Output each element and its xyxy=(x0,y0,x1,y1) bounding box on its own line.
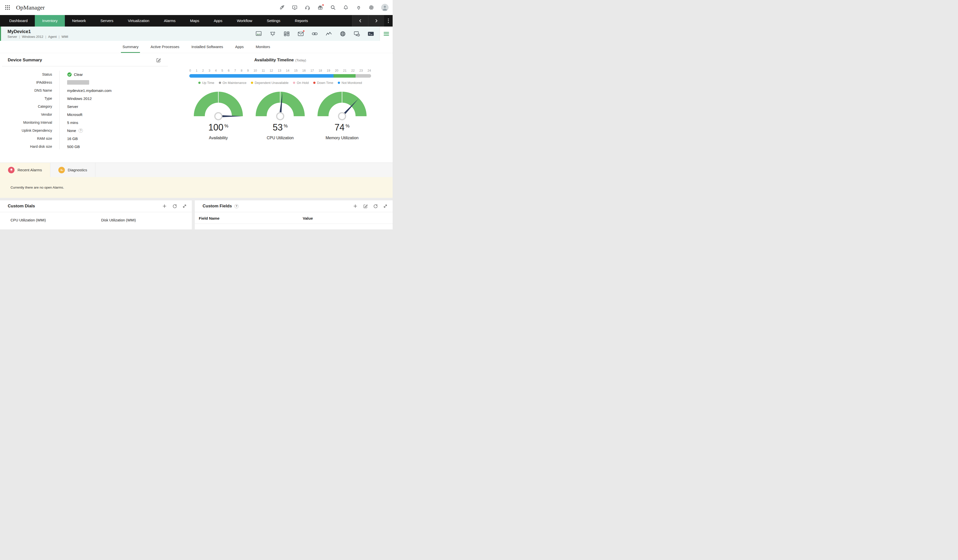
video-tour-icon[interactable] xyxy=(292,5,298,11)
web-globe-icon[interactable] xyxy=(339,30,346,37)
summary-value: Microsoft xyxy=(67,113,82,117)
getting-started-icon[interactable] xyxy=(279,5,285,11)
uplink-help-icon[interactable]: ? xyxy=(79,128,83,133)
search-icon[interactable] xyxy=(330,5,336,11)
hour-label: 11 xyxy=(262,69,265,72)
nav-scroll-right[interactable] xyxy=(368,15,384,27)
alarm-alert-icon[interactable] xyxy=(270,30,276,37)
whats-new-icon[interactable] xyxy=(317,5,323,11)
nav-scroll-left[interactable] xyxy=(352,15,368,27)
settings-icon[interactable] xyxy=(368,5,374,11)
apps-grid-icon[interactable] xyxy=(5,5,11,11)
integrations-icon[interactable] xyxy=(355,5,362,11)
legend-dot xyxy=(198,82,201,84)
nav-item-network[interactable]: Network xyxy=(65,15,93,27)
summary-row: CategoryServer xyxy=(0,102,168,111)
sparkline-icon[interactable] xyxy=(325,30,332,37)
summary-label: Vendor xyxy=(0,113,52,116)
summary-label: RAM size xyxy=(0,136,52,141)
gauge-label: CPU Utilization xyxy=(255,136,305,140)
alarm-content: Currently there are no open Alarms. xyxy=(0,177,393,198)
nav-item-settings[interactable]: Settings xyxy=(259,15,287,27)
tab-monitors[interactable]: Monitors xyxy=(255,41,270,53)
main-panel: Device Summary StatusClearIPAddressDNS N… xyxy=(0,53,393,163)
bar-segment-on-maintenance xyxy=(355,74,371,78)
hour-label: 0 xyxy=(189,69,191,72)
add-field-button[interactable] xyxy=(353,204,358,208)
mail-icon[interactable] xyxy=(297,30,304,37)
nav-item-servers[interactable]: Servers xyxy=(93,15,121,27)
meta-separator: | xyxy=(59,35,59,38)
tab-recent-alarms[interactable]: Recent Alarms xyxy=(0,163,50,177)
expand-dials-button[interactable] xyxy=(182,204,187,208)
gauge-label: Availability xyxy=(193,136,243,140)
device-header: MyDevice1 Server|Windows 2012|Agent|WMI xyxy=(0,27,393,41)
nav-item-dashboard[interactable]: Dashboard xyxy=(2,15,35,27)
edit-device-summary-button[interactable] xyxy=(156,58,161,62)
summary-label: Hard disk size xyxy=(0,144,52,149)
bar-segment-up-time xyxy=(333,74,355,78)
device-menu-icon[interactable] xyxy=(380,27,393,41)
nav-item-virtualization[interactable]: Virtualization xyxy=(121,15,157,27)
summary-value-text: Microsoft xyxy=(67,113,82,117)
custom-fields-title: Custom Fields xyxy=(203,204,232,209)
summary-value-text: Server xyxy=(67,105,78,109)
tab-active-processes[interactable]: Active Processes xyxy=(151,41,179,53)
custom-dials-panel: Custom Dials CPU Utilization (WMI)Disk U… xyxy=(0,200,192,229)
summary-row: IPAddress xyxy=(0,78,168,86)
custom-fields-help-icon[interactable]: ? xyxy=(234,204,239,208)
device-summary-header: Device Summary xyxy=(2,58,168,67)
nav-item-apps[interactable]: Apps xyxy=(206,15,230,27)
tab-diagnostics[interactable]: Diagnostics xyxy=(50,163,96,177)
nav-item-maps[interactable]: Maps xyxy=(183,15,206,27)
nav-item-alarms[interactable]: Alarms xyxy=(157,15,183,27)
nav-item-inventory[interactable]: Inventory xyxy=(35,15,65,27)
nav-more-menu[interactable] xyxy=(384,15,393,27)
gauge-value-number: 74 xyxy=(335,122,344,132)
device-meta-item: Windows 2012 xyxy=(22,35,43,38)
column-header-field-name: Field Name xyxy=(199,216,303,221)
gauge-dial xyxy=(317,91,367,122)
tab-installed-softwares[interactable]: Installed Softwares xyxy=(191,41,223,53)
gauges-row: 100%Availability53%CPU Utilization74%Mem… xyxy=(168,91,393,140)
summary-label: IPAddress xyxy=(0,80,52,84)
dial-item: Disk Utilization (WMI) xyxy=(101,218,192,222)
nav-extra xyxy=(352,15,393,27)
availability-title: Availability Timeline(Today) xyxy=(168,58,393,62)
notifications-icon[interactable] xyxy=(343,5,349,11)
tab-apps[interactable]: Apps xyxy=(235,41,244,53)
refresh-fields-button[interactable] xyxy=(373,204,377,208)
support-icon[interactable] xyxy=(305,5,311,11)
nav-item-workflow[interactable]: Workflow xyxy=(230,15,259,27)
remote-access-icon[interactable] xyxy=(354,30,360,37)
nav-item-reports[interactable]: Reports xyxy=(288,15,316,27)
refresh-dials-button[interactable] xyxy=(172,204,177,208)
expand-fields-button[interactable] xyxy=(383,204,388,208)
add-dial-button[interactable] xyxy=(162,204,167,208)
column-header-value: Value xyxy=(303,216,313,221)
tab-summary[interactable]: Summary xyxy=(122,41,138,53)
user-avatar[interactable] xyxy=(381,4,389,11)
legend-item: Not Monitored xyxy=(338,81,362,85)
config-sync-icon[interactable] xyxy=(284,30,290,37)
performance-chart-icon[interactable] xyxy=(255,30,262,37)
summary-value: 5 mins xyxy=(67,121,78,125)
dependency-link-icon[interactable] xyxy=(311,30,318,37)
legend-label: On Hold xyxy=(297,81,309,85)
gauge-value-unit: % xyxy=(284,124,288,128)
terminal-icon[interactable] xyxy=(368,30,374,37)
legend-label: Up Time xyxy=(202,81,214,85)
meta-separator: | xyxy=(19,35,20,38)
summary-label: Type xyxy=(0,97,52,100)
dial-item: CPU Utilization (WMI) xyxy=(11,218,101,222)
edit-fields-button[interactable] xyxy=(363,204,368,208)
ip-address-redacted xyxy=(67,80,89,85)
mail-badge xyxy=(303,30,305,32)
gauge-dial xyxy=(255,91,305,122)
custom-dials-actions xyxy=(162,204,187,208)
legend-label: On Maintenance xyxy=(223,81,246,85)
summary-value: 16 GB xyxy=(67,136,78,141)
gauge-value: 100% xyxy=(193,122,243,133)
notification-badge xyxy=(322,4,324,6)
custom-dials-title: Custom Dials xyxy=(8,204,35,209)
